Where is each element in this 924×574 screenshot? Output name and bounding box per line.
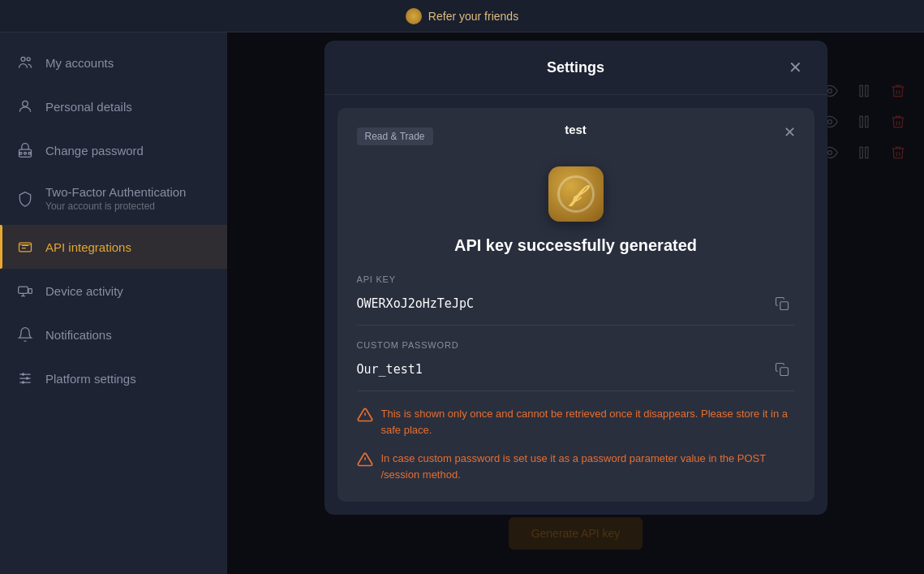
svg-rect-7 [19,243,32,252]
modal-key-name: test [565,123,587,136]
api-icon [16,238,34,256]
sidebar-item-my-accounts[interactable]: My accounts [0,41,227,84]
sidebar-item-notifications[interactable]: Notifications [0,313,227,356]
sidebar-item-label: Two-Factor Authentication [45,185,186,199]
warning-icon-1 [357,407,373,423]
bell-icon [16,326,34,343]
custom-password-field: CUSTOM PASSWORD Our_test1 [357,340,795,391]
sidebar-item-label: Device activity [45,284,123,298]
sidebar-item-change-password[interactable]: Change password [0,128,227,172]
sidebar-item-device-activity[interactable]: Device activity [0,269,227,313]
coin-icon [406,8,422,24]
svg-rect-5 [24,153,27,155]
copy-password-button[interactable] [769,356,795,382]
svg-point-0 [21,57,25,61]
sidebar-item-two-factor[interactable]: Two-Factor Authentication Your account i… [0,172,227,225]
sliders-icon [16,369,34,387]
custom-password-row: Our_test1 [357,356,795,391]
warning-block-2: In case custom password is set use it as… [357,451,795,482]
warning-block-1: This is shown only once and cannot be re… [357,406,795,438]
sidebar-item-label: Personal details [45,100,132,114]
svg-rect-9 [28,289,32,294]
custom-password-value: Our_test1 [357,362,423,377]
sidebar-item-sub: Your account is protected [45,201,186,212]
custom-password-label: CUSTOM PASSWORD [357,340,795,350]
person-icon [16,97,34,115]
sidebar-item-personal-details[interactable]: Personal details [0,84,227,128]
modal-headline: API key successfully generated [357,236,795,255]
main-content: Generate API key Settings ✕ Read & Trade… [227,32,924,574]
svg-rect-8 [19,287,28,293]
svg-point-12 [22,381,24,383]
sidebar-item-label: My accounts [45,56,114,70]
sidebar-item-label: Change password [45,144,144,158]
sidebar-item-platform-settings[interactable]: Platform settings [0,356,227,400]
settings-overlay: Settings ✕ Read & Trade test ✕ 𝒻 API key… [227,32,924,574]
shield-icon [16,190,34,208]
svg-rect-22 [780,302,788,310]
device-icon [16,282,34,300]
person-group-icon [16,54,34,71]
sidebar-item-api-integrations[interactable]: API integrations [0,225,227,269]
svg-rect-23 [780,368,788,376]
svg-rect-4 [19,153,22,155]
settings-title: Settings [368,59,784,76]
api-key-field: API KEY OWERXoJ2oHzTeJpC [357,274,795,326]
warning-text-2: In case custom password is set use it as… [381,451,795,482]
modal-close-button[interactable]: ✕ [779,121,802,144]
settings-panel: Settings ✕ Read & Trade test ✕ 𝒻 API key… [324,41,827,515]
sidebar: My accounts Personal details Change pass… [0,32,227,574]
svg-point-2 [23,101,28,106]
settings-header: Settings ✕ [324,41,827,95]
svg-point-11 [26,377,28,379]
modal-tag: Read & Trade [357,127,433,145]
api-key-label: API KEY [357,274,795,284]
top-bar: Refer your friends [0,0,924,32]
copy-api-key-button[interactable] [769,291,795,317]
lock-keyboard-icon [16,141,34,159]
warning-text-1: This is shown only once and cannot be re… [381,406,795,438]
api-key-value: OWERXoJ2oHzTeJpC [357,296,475,311]
api-key-row: OWERXoJ2oHzTeJpC [357,291,795,326]
refer-friends-label: Refer your friends [428,10,518,23]
sidebar-item-label: Notifications [45,328,112,342]
svg-point-10 [22,373,24,375]
api-coin-icon: 𝒻 [548,166,604,222]
modal-icon-wrap: 𝒻 [357,166,795,222]
warning-icon-2 [357,451,373,468]
sidebar-item-label: Platform settings [45,372,136,386]
settings-close-button[interactable]: ✕ [784,55,808,80]
svg-rect-3 [19,149,32,157]
svg-rect-6 [28,153,30,155]
api-key-modal: Read & Trade test ✕ 𝒻 API key successful… [337,108,814,502]
sidebar-item-label: API integrations [45,240,131,254]
refer-friends-banner: Refer your friends [406,8,518,24]
svg-point-1 [27,58,30,61]
